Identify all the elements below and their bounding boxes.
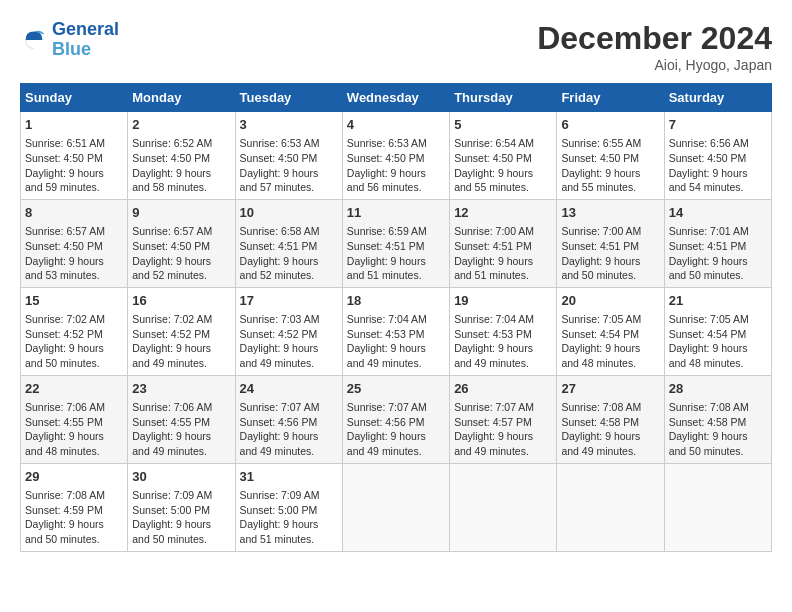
table-row: 2Sunrise: 6:52 AMSunset: 4:50 PMDaylight…: [128, 112, 235, 200]
table-row: 3Sunrise: 6:53 AMSunset: 4:50 PMDaylight…: [235, 112, 342, 200]
table-row: 29Sunrise: 7:08 AMSunset: 4:59 PMDayligh…: [21, 463, 128, 551]
table-row: 13Sunrise: 7:00 AMSunset: 4:51 PMDayligh…: [557, 199, 664, 287]
location: Aioi, Hyogo, Japan: [537, 57, 772, 73]
table-row: 11Sunrise: 6:59 AMSunset: 4:51 PMDayligh…: [342, 199, 449, 287]
table-row: 21Sunrise: 7:05 AMSunset: 4:54 PMDayligh…: [664, 287, 771, 375]
table-row: [664, 463, 771, 551]
logo-general: General: [52, 19, 119, 39]
calendar-week-row: 22Sunrise: 7:06 AMSunset: 4:55 PMDayligh…: [21, 375, 772, 463]
table-row: 1Sunrise: 6:51 AMSunset: 4:50 PMDaylight…: [21, 112, 128, 200]
table-row: 5Sunrise: 6:54 AMSunset: 4:50 PMDaylight…: [450, 112, 557, 200]
title-block: December 2024 Aioi, Hyogo, Japan: [537, 20, 772, 73]
table-row: 17Sunrise: 7:03 AMSunset: 4:52 PMDayligh…: [235, 287, 342, 375]
logo-blue: Blue: [52, 39, 91, 59]
table-row: 23Sunrise: 7:06 AMSunset: 4:55 PMDayligh…: [128, 375, 235, 463]
calendar-table: Sunday Monday Tuesday Wednesday Thursday…: [20, 83, 772, 552]
table-row: 30Sunrise: 7:09 AMSunset: 5:00 PMDayligh…: [128, 463, 235, 551]
page-header: GeneralBlue December 2024 Aioi, Hyogo, J…: [20, 20, 772, 73]
logo: GeneralBlue: [20, 20, 119, 60]
table-row: 12Sunrise: 7:00 AMSunset: 4:51 PMDayligh…: [450, 199, 557, 287]
table-row: 8Sunrise: 6:57 AMSunset: 4:50 PMDaylight…: [21, 199, 128, 287]
calendar-week-row: 8Sunrise: 6:57 AMSunset: 4:50 PMDaylight…: [21, 199, 772, 287]
table-row: 22Sunrise: 7:06 AMSunset: 4:55 PMDayligh…: [21, 375, 128, 463]
table-row: 16Sunrise: 7:02 AMSunset: 4:52 PMDayligh…: [128, 287, 235, 375]
table-row: 9Sunrise: 6:57 AMSunset: 4:50 PMDaylight…: [128, 199, 235, 287]
calendar-week-row: 1Sunrise: 6:51 AMSunset: 4:50 PMDaylight…: [21, 112, 772, 200]
col-monday: Monday: [128, 84, 235, 112]
table-row: 7Sunrise: 6:56 AMSunset: 4:50 PMDaylight…: [664, 112, 771, 200]
table-row: 28Sunrise: 7:08 AMSunset: 4:58 PMDayligh…: [664, 375, 771, 463]
table-row: 31Sunrise: 7:09 AMSunset: 5:00 PMDayligh…: [235, 463, 342, 551]
table-row: [557, 463, 664, 551]
table-row: 4Sunrise: 6:53 AMSunset: 4:50 PMDaylight…: [342, 112, 449, 200]
logo-icon: [20, 26, 48, 54]
calendar-week-row: 29Sunrise: 7:08 AMSunset: 4:59 PMDayligh…: [21, 463, 772, 551]
table-row: 18Sunrise: 7:04 AMSunset: 4:53 PMDayligh…: [342, 287, 449, 375]
calendar-week-row: 15Sunrise: 7:02 AMSunset: 4:52 PMDayligh…: [21, 287, 772, 375]
col-friday: Friday: [557, 84, 664, 112]
table-row: 20Sunrise: 7:05 AMSunset: 4:54 PMDayligh…: [557, 287, 664, 375]
month-title: December 2024: [537, 20, 772, 57]
table-row: 14Sunrise: 7:01 AMSunset: 4:51 PMDayligh…: [664, 199, 771, 287]
logo-text: GeneralBlue: [52, 20, 119, 60]
table-row: 26Sunrise: 7:07 AMSunset: 4:57 PMDayligh…: [450, 375, 557, 463]
table-row: 10Sunrise: 6:58 AMSunset: 4:51 PMDayligh…: [235, 199, 342, 287]
col-thursday: Thursday: [450, 84, 557, 112]
col-saturday: Saturday: [664, 84, 771, 112]
calendar-header-row: Sunday Monday Tuesday Wednesday Thursday…: [21, 84, 772, 112]
table-row: [450, 463, 557, 551]
table-row: [342, 463, 449, 551]
table-row: 27Sunrise: 7:08 AMSunset: 4:58 PMDayligh…: [557, 375, 664, 463]
table-row: 15Sunrise: 7:02 AMSunset: 4:52 PMDayligh…: [21, 287, 128, 375]
table-row: 24Sunrise: 7:07 AMSunset: 4:56 PMDayligh…: [235, 375, 342, 463]
col-sunday: Sunday: [21, 84, 128, 112]
table-row: 19Sunrise: 7:04 AMSunset: 4:53 PMDayligh…: [450, 287, 557, 375]
table-row: 6Sunrise: 6:55 AMSunset: 4:50 PMDaylight…: [557, 112, 664, 200]
table-row: 25Sunrise: 7:07 AMSunset: 4:56 PMDayligh…: [342, 375, 449, 463]
col-tuesday: Tuesday: [235, 84, 342, 112]
col-wednesday: Wednesday: [342, 84, 449, 112]
